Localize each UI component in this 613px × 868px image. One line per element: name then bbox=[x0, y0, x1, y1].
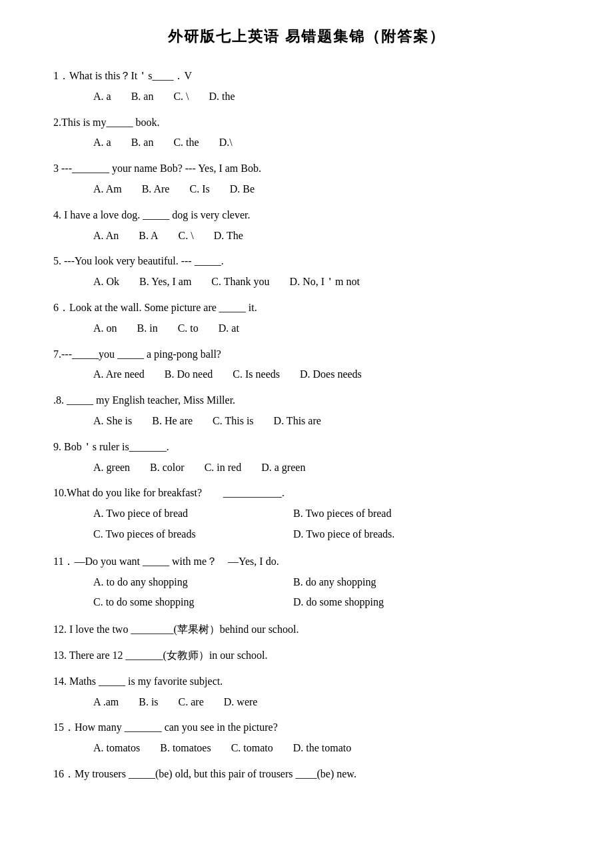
option: A. green bbox=[93, 458, 130, 478]
option: D. at bbox=[219, 319, 239, 338]
option: B. is bbox=[139, 693, 158, 712]
option: D. Two piece of breads. bbox=[293, 525, 493, 544]
option: D.\ bbox=[219, 133, 233, 153]
question-text-14: 14. Maths _____ is my favorite subject. bbox=[53, 672, 560, 691]
question-3: 3 ---_______ your name Bob? --- Yes, I a… bbox=[53, 159, 560, 199]
option: A. a bbox=[93, 133, 111, 153]
question-text-16: 16．My trousers _____(be) old, but this p… bbox=[53, 765, 560, 784]
option: B. He are bbox=[152, 412, 193, 431]
option: C. Two pieces of breads bbox=[93, 525, 293, 544]
option: A .am bbox=[93, 693, 119, 712]
options-2: A. aB. anC. theD.\ bbox=[53, 133, 560, 153]
option: B. Yes, I am bbox=[139, 272, 191, 292]
option: D. were bbox=[224, 693, 258, 712]
option: C. Thank you bbox=[211, 272, 269, 292]
question-text-15: 15．How many _______ can you see in the p… bbox=[53, 718, 560, 737]
option: A. a bbox=[93, 87, 111, 107]
question-7: 7.---_____you _____ a ping-pong ball?A. … bbox=[53, 345, 560, 385]
option: C. to do some shopping bbox=[93, 593, 293, 612]
option: C. Is needs bbox=[233, 365, 280, 384]
question-14: 14. Maths _____ is my favorite subject.A… bbox=[53, 672, 560, 712]
options-2col-11: A. to do any shoppingB. do any shoppingC… bbox=[53, 573, 560, 614]
options-15: A. tomatosB. tomatoesC. tomatoD. the tom… bbox=[53, 739, 560, 758]
option: D. The bbox=[214, 226, 243, 246]
question-text-5: 5. ---You look very beautiful. --- _____… bbox=[53, 252, 560, 271]
option: C. Is bbox=[189, 180, 209, 199]
option: C. \ bbox=[179, 226, 194, 246]
option: B. tomatoes bbox=[160, 739, 211, 758]
option: C. are bbox=[179, 693, 204, 712]
options-4: A. AnB. AC. \D. The bbox=[53, 226, 560, 246]
option: D. Does needs bbox=[300, 365, 362, 384]
option: A. She is bbox=[93, 412, 132, 431]
options-14: A .amB. isC. areD. were bbox=[53, 693, 560, 712]
option: B. Do need bbox=[165, 365, 213, 384]
option: D. This are bbox=[274, 412, 321, 431]
option: A. Two piece of bread bbox=[93, 504, 293, 524]
options-3: A. AmB. AreC. IsD. Be bbox=[53, 180, 560, 199]
question-text-10: 10.What do you like for breakfast? _____… bbox=[53, 484, 560, 503]
option: C. in red bbox=[205, 458, 242, 478]
question-text-4: 4. I have a love dog. _____ dog is very … bbox=[53, 206, 560, 225]
option: D. a green bbox=[261, 458, 305, 478]
option: B. an bbox=[131, 133, 154, 153]
question-text-11: 11．—Do you want _____ with me？ —Yes, I d… bbox=[53, 552, 560, 572]
option: D. do some shopping bbox=[293, 593, 493, 612]
option: C. tomato bbox=[231, 739, 273, 758]
question-12: 12. I love the two ________(苹果树）behind o… bbox=[53, 620, 560, 640]
option: D. No, I＇m not bbox=[290, 272, 360, 292]
option: B. color bbox=[150, 458, 185, 478]
options-9: A. greenB. colorC. in redD. a green bbox=[53, 458, 560, 478]
question-1: 1．What is this？It＇s____．VA. aB. anC. \D.… bbox=[53, 67, 560, 107]
option: C. \ bbox=[173, 87, 189, 107]
question-8: .8. _____ my English teacher, Miss Mille… bbox=[53, 391, 560, 431]
question-text-12: 12. I love the two ________(苹果树）behind o… bbox=[53, 620, 560, 640]
option: A. An bbox=[93, 226, 119, 246]
question-9: 9. Bob＇s ruler is_______.A. greenB. colo… bbox=[53, 438, 560, 478]
options-1: A. aB. anC. \D. the bbox=[53, 87, 560, 107]
question-11: 11．—Do you want _____ with me？ —Yes, I d… bbox=[53, 552, 560, 614]
question-text-7: 7.---_____you _____ a ping-pong ball? bbox=[53, 345, 560, 364]
question-text-6: 6．Look at the wall. Some picture are ___… bbox=[53, 298, 560, 318]
question-6: 6．Look at the wall. Some picture are ___… bbox=[53, 298, 560, 338]
question-13: 13. There are 12 _______(女教师）in our scho… bbox=[53, 646, 560, 665]
option: A. to do any shopping bbox=[93, 573, 293, 592]
question-5: 5. ---You look very beautiful. --- _____… bbox=[53, 252, 560, 292]
page-title: 外研版七上英语 易错题集锦（附答案） bbox=[53, 27, 560, 47]
option: B. an bbox=[131, 87, 154, 107]
question-text-8: .8. _____ my English teacher, Miss Mille… bbox=[53, 391, 560, 410]
options-6: A. onB. inC. toD. at bbox=[53, 319, 560, 338]
option: A. Are need bbox=[93, 365, 145, 384]
options-5: A. OkB. Yes, I amC. Thank youD. No, I＇m … bbox=[53, 272, 560, 292]
question-16: 16．My trousers _____(be) old, but this p… bbox=[53, 765, 560, 784]
question-4: 4. I have a love dog. _____ dog is very … bbox=[53, 206, 560, 246]
options-7: A. Are needB. Do needC. Is needsD. Does … bbox=[53, 365, 560, 384]
question-text-13: 13. There are 12 _______(女教师）in our scho… bbox=[53, 646, 560, 665]
option: C. the bbox=[173, 133, 199, 153]
option: D. the bbox=[209, 87, 235, 107]
option: D. Be bbox=[230, 180, 255, 199]
question-text-1: 1．What is this？It＇s____．V bbox=[53, 67, 560, 86]
option: C. This is bbox=[213, 412, 254, 431]
question-15: 15．How many _______ can you see in the p… bbox=[53, 718, 560, 758]
options-8: A. She isB. He areC. This isD. This are bbox=[53, 412, 560, 431]
option: B. in bbox=[137, 319, 158, 338]
option: B. A bbox=[139, 226, 158, 246]
question-text-2: 2.This is my_____ book. bbox=[53, 113, 560, 133]
question-2: 2.This is my_____ book.A. aB. anC. theD.… bbox=[53, 113, 560, 153]
option: C. to bbox=[178, 319, 199, 338]
questions-container: 1．What is this？It＇s____．VA. aB. anC. \D.… bbox=[53, 67, 560, 784]
question-text-3: 3 ---_______ your name Bob? --- Yes, I a… bbox=[53, 159, 560, 179]
option: A. on bbox=[93, 319, 117, 338]
question-text-9: 9. Bob＇s ruler is_______. bbox=[53, 438, 560, 457]
option: D. the tomato bbox=[293, 739, 352, 758]
option: A. Ok bbox=[93, 272, 119, 292]
option: A. tomatos bbox=[93, 739, 140, 758]
option: B. Are bbox=[142, 180, 170, 199]
option: A. Am bbox=[93, 180, 122, 199]
option: B. do any shopping bbox=[293, 573, 493, 592]
options-2col-10: A. Two piece of breadB. Two pieces of br… bbox=[53, 504, 560, 546]
option: B. Two pieces of bread bbox=[293, 504, 493, 524]
question-10: 10.What do you like for breakfast? _____… bbox=[53, 484, 560, 545]
